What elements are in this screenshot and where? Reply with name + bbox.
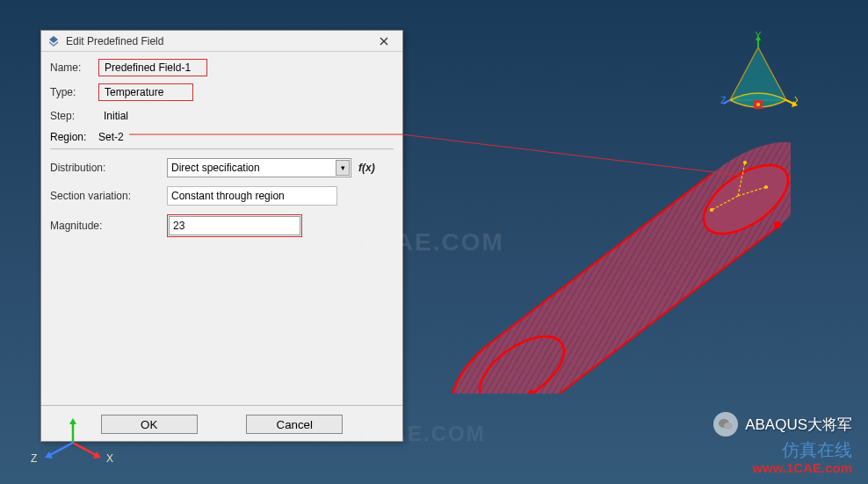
close-button[interactable]: [371, 33, 397, 49]
wechat-name: ABAQUS大将军: [745, 415, 852, 435]
magnitude-label: Magnitude:: [50, 220, 167, 232]
svg-line-8: [712, 196, 738, 210]
axis-y-label: Y: [69, 418, 76, 420]
type-label: Type:: [50, 86, 98, 98]
fx-button[interactable]: f(x): [358, 162, 375, 174]
svg-line-15: [401, 134, 744, 176]
region-value: Set-2: [98, 131, 124, 143]
axis-z-label: Z: [31, 452, 37, 465]
dialog-titlebar[interactable]: Edit Predefined Field: [41, 31, 402, 52]
svg-point-35: [724, 423, 733, 430]
model-cylinder: [430, 130, 791, 394]
magnitude-input[interactable]: [169, 216, 300, 235]
type-value: Temperature: [98, 83, 193, 101]
step-label: Step:: [50, 110, 98, 122]
region-label: Region:: [50, 131, 98, 143]
dialog-icon: [47, 34, 61, 48]
cancel-button[interactable]: Cancel: [246, 415, 343, 434]
svg-line-28: [73, 443, 96, 455]
distribution-label: Distribution:: [50, 162, 167, 174]
svg-point-10: [744, 162, 747, 164]
name-label: Name:: [50, 61, 98, 74]
dialog-title: Edit Predefined Field: [66, 35, 371, 47]
svg-line-6: [738, 187, 766, 196]
global-axis-triad: Y X Z: [31, 418, 114, 466]
ok-button[interactable]: OK: [101, 415, 198, 434]
svg-line-30: [50, 443, 73, 455]
svg-text:Y: Y: [755, 32, 762, 40]
svg-point-22: [756, 103, 760, 106]
svg-line-5: [556, 225, 780, 394]
divider: [50, 148, 394, 149]
edit-predefined-field-dialog: Edit Predefined Field Name: Predefined F…: [40, 30, 403, 442]
svg-point-3: [468, 323, 575, 394]
section-variation-label: Section variation:: [50, 190, 167, 202]
svg-point-9: [765, 186, 768, 189]
section-variation-value: Constant through region: [167, 186, 337, 206]
site-name-cn: 仿真在线: [713, 438, 852, 462]
site-url: www.1CAE.com: [713, 460, 852, 475]
branding-block: ABAQUS大将军 仿真在线 www.1CAE.com: [713, 412, 852, 475]
watermark: 1CAE.COM: [360, 228, 504, 256]
svg-point-12: [528, 390, 535, 394]
svg-point-13: [774, 221, 781, 228]
svg-line-7: [738, 163, 745, 196]
name-value: Predefined Field-1: [98, 59, 207, 76]
watermark-2: 1CAE.COM: [360, 422, 486, 446]
distribution-select[interactable]: Direct specification: [167, 158, 351, 177]
svg-text:Z: Z: [720, 95, 727, 105]
axis-x-label: X: [106, 452, 113, 465]
svg-line-18: [786, 100, 793, 104]
view-orientation-triad[interactable]: Y X Z: [719, 32, 798, 119]
svg-point-2: [692, 152, 791, 248]
svg-text:X: X: [794, 95, 798, 105]
svg-line-4: [488, 174, 712, 345]
close-icon: [380, 37, 388, 46]
step-value: Initial: [98, 108, 134, 124]
wechat-icon: [713, 412, 738, 437]
svg-point-11: [711, 209, 713, 212]
